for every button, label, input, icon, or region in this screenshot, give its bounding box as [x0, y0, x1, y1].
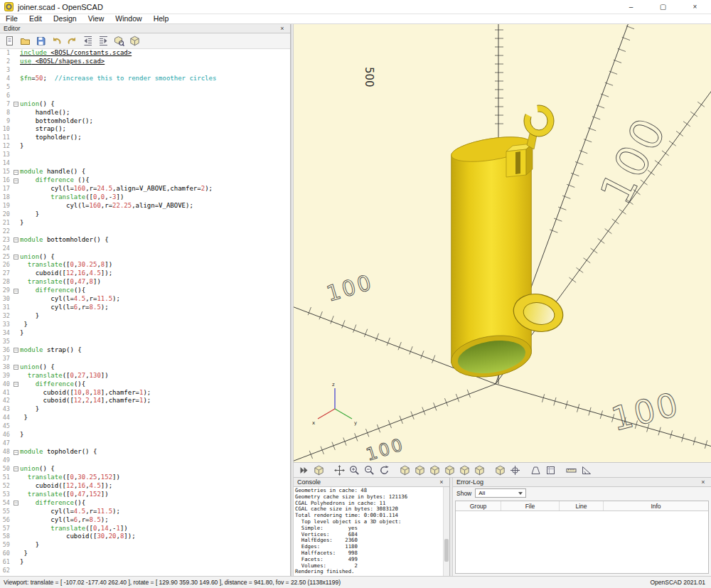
code-line-13[interactable]: 13 [0, 151, 290, 159]
fold-marker[interactable]: – [12, 346, 20, 355]
code-line-54[interactable]: 54– difference(){ [0, 499, 290, 508]
menu-help[interactable]: Help [148, 14, 175, 23]
fold-marker[interactable]: – [12, 499, 20, 508]
code-line-21[interactable]: 21} [0, 219, 290, 228]
code-line-12[interactable]: 12} [0, 142, 290, 151]
code-line-36[interactable]: 36–module strap() { [0, 346, 290, 355]
code-line-49[interactable]: 49 [0, 456, 290, 465]
code-line-60[interactable]: 60 } [0, 550, 290, 558]
fold-marker[interactable]: – [12, 253, 20, 262]
code-line-42[interactable]: 42 cuboid([12,2,14],chamfer=1); [0, 397, 290, 405]
code-line-20[interactable]: 20 } [0, 210, 290, 219]
error-log-body[interactable] [456, 511, 708, 573]
indent-button[interactable] [96, 34, 110, 48]
code-line-56[interactable]: 56 cyl(l=6,r=8.5); [0, 516, 290, 525]
code-line-52[interactable]: 52 cuboid([12,16,4.5]); [0, 482, 290, 491]
column-header-info[interactable]: Info [604, 501, 708, 511]
view-center-button[interactable] [508, 463, 522, 477]
code-line-3[interactable]: 3 [0, 66, 290, 75]
menu-window[interactable]: Window [109, 14, 147, 23]
code-line-55[interactable]: 55 cyl(l=4.5,r=11.5); [0, 508, 290, 516]
fold-marker[interactable]: – [12, 465, 20, 474]
editor-close-button[interactable]: × [278, 25, 287, 32]
code-line-41[interactable]: 41 cuboid([10,8,18],chamfer=1); [0, 389, 290, 397]
menu-view[interactable]: View [82, 14, 110, 23]
code-line-25[interactable]: 25–union() { [0, 253, 290, 262]
view-left-button[interactable] [442, 463, 456, 477]
measure-distance-button[interactable] [564, 463, 578, 477]
code-line-29[interactable]: 29– difference(){ [0, 287, 290, 295]
code-line-1[interactable]: 1include <BOSL/constants.scad> [0, 49, 290, 58]
view-back-button[interactable] [472, 463, 486, 477]
render-button[interactable] [311, 463, 326, 477]
view-diagonal-button[interactable] [493, 463, 507, 477]
code-editor[interactable]: 1include <BOSL/constants.scad>2use <BOSL… [0, 49, 290, 576]
maximize-button[interactable]: ▢ [647, 0, 679, 14]
zoom-in-button[interactable] [347, 463, 361, 477]
view-top-button[interactable] [412, 463, 427, 477]
code-line-6[interactable]: 6 [0, 92, 290, 100]
fold-marker[interactable]: – [12, 363, 20, 372]
code-line-24[interactable]: 24 [0, 245, 290, 253]
error-log-close-button[interactable]: × [699, 479, 707, 486]
code-line-45[interactable]: 45 [0, 422, 290, 431]
fold-marker[interactable]: – [12, 176, 20, 185]
fold-marker[interactable]: – [12, 168, 20, 176]
code-line-37[interactable]: 37 [0, 355, 290, 363]
console-scrollbar-thumb[interactable] [444, 539, 449, 562]
new-file-button[interactable] [2, 34, 16, 48]
code-line-35[interactable]: 35 [0, 338, 290, 346]
code-line-27[interactable]: 27 cuboid([12,16,4.5]); [0, 269, 290, 278]
reset-view-button[interactable] [377, 463, 391, 477]
fold-marker[interactable]: – [12, 448, 20, 456]
filter-dropdown[interactable]: All [475, 488, 526, 498]
code-line-39[interactable]: 39 translate([0,27,130]) [0, 372, 290, 380]
code-line-57[interactable]: 57 translate([0,14,-1]) [0, 525, 290, 533]
code-line-58[interactable]: 58 cuboid([30,20,8]); [0, 533, 290, 541]
code-line-51[interactable]: 51 translate([0,30.25,152]) [0, 474, 290, 482]
code-line-5[interactable]: 5 [0, 83, 290, 92]
column-header-file[interactable]: File [501, 501, 560, 511]
viewport-panel[interactable]: 500 100 100 100 100 [294, 24, 711, 462]
fold-marker[interactable]: – [12, 287, 20, 295]
menu-edit[interactable]: Edit [23, 14, 48, 23]
code-line-4[interactable]: 4$fn=50; //increase this to render smoot… [0, 75, 290, 83]
zoom-out-button[interactable] [362, 463, 376, 477]
code-line-19[interactable]: 19 cyl(l=160,r=22.25,align=V_ABOVE); [0, 202, 290, 210]
code-line-9[interactable]: 9 bottomholder(); [0, 117, 290, 126]
code-line-48[interactable]: 48–module topholder() { [0, 448, 290, 456]
code-line-30[interactable]: 30 cyl(l=4.5,r=11.5); [0, 295, 290, 304]
code-line-40[interactable]: 40– difference(){ [0, 380, 290, 389]
fold-marker[interactable]: – [12, 236, 20, 245]
code-line-44[interactable]: 44 } [0, 414, 290, 422]
measure-angle-button[interactable] [579, 463, 593, 477]
view-right-button[interactable] [397, 463, 412, 477]
column-header-group[interactable]: Group [456, 501, 501, 511]
code-line-61[interactable]: 61} [0, 558, 290, 567]
preview-button[interactable] [296, 463, 311, 477]
column-header-line[interactable]: Line [560, 501, 604, 511]
code-line-10[interactable]: 10 strap(); [0, 125, 290, 134]
menu-design[interactable]: Design [48, 14, 82, 23]
menu-file[interactable]: File [0, 14, 23, 23]
code-line-11[interactable]: 11 topholder(); [0, 134, 290, 142]
save-button[interactable] [33, 34, 48, 48]
redo-button[interactable] [65, 34, 79, 48]
fold-marker[interactable]: – [12, 380, 20, 389]
perspective-button[interactable] [528, 463, 542, 477]
code-line-8[interactable]: 8 handle(); [0, 109, 290, 117]
console-close-button[interactable]: × [437, 479, 446, 486]
code-line-26[interactable]: 26 translate([0,30.25,8]) [0, 261, 290, 269]
code-line-28[interactable]: 28 translate([0,47,8]) [0, 278, 290, 287]
console-output[interactable]: Geometries in cache: 48Geometry cache si… [294, 487, 449, 576]
code-line-50[interactable]: 50–union() { [0, 465, 290, 474]
view-bottom-button[interactable] [427, 463, 442, 477]
fold-marker[interactable]: – [12, 100, 20, 109]
code-line-47[interactable]: 47 [0, 439, 290, 448]
viewport-3d[interactable]: 500 100 100 100 100 [294, 24, 711, 462]
code-line-15[interactable]: 15–module handle() { [0, 168, 290, 176]
code-line-53[interactable]: 53 translate([0,47,152]) [0, 491, 290, 499]
orthogonal-button[interactable] [543, 463, 557, 477]
view-all-button[interactable] [332, 463, 346, 477]
view-front-button[interactable] [457, 463, 471, 477]
